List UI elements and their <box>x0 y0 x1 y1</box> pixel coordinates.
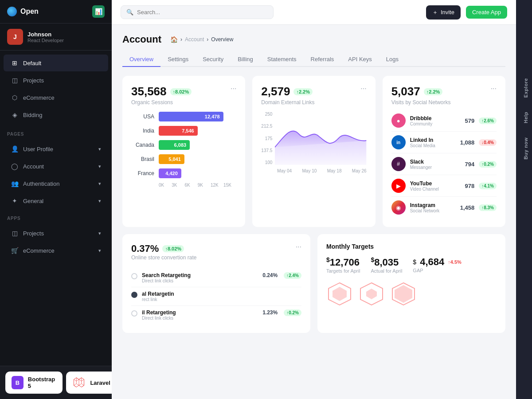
retarget-dot <box>131 310 137 317</box>
sidebar-bottom: B Bootstrap 5 Laravel <box>0 366 112 399</box>
tab-api-keys[interactable]: API Keys <box>341 52 379 67</box>
main-wrapper: 🔍 ＋ Invite Create App Account 🏠 › Accoun… <box>112 0 532 399</box>
sidebar-item-authentication[interactable]: 👥 Authentication ▾ <box>4 175 108 192</box>
tab-billing[interactable]: Billing <box>231 52 260 67</box>
conversion-value: 0.37% <box>131 243 159 254</box>
sidebar-item-label: Authentication <box>23 180 59 187</box>
sidebar-item-projects[interactable]: ◫ Projects <box>4 72 108 89</box>
more-options-icon[interactable]: ··· <box>360 85 366 93</box>
dribbble-icon: ● <box>391 113 406 128</box>
breadcrumb-account[interactable]: Account <box>185 36 204 43</box>
youtube-type: Video Channel <box>410 187 453 192</box>
stat-value-organic: 35,568 <box>131 85 167 98</box>
youtube-icon: ▶ <box>391 179 406 193</box>
laravel-card: Laravel <box>66 372 112 394</box>
hexagon-charts <box>326 281 497 307</box>
more-options-icon[interactable]: ··· <box>231 85 236 93</box>
chevron-down-icon: ▾ <box>98 231 101 236</box>
bottom-grid: 0.37% ↑8.02% Online store convertion rat… <box>122 234 505 333</box>
retarget-dot <box>131 292 137 298</box>
dribbble-count: 579 <box>457 117 474 124</box>
sidebar-item-label: eCommerce <box>23 247 55 254</box>
sidebar-item-general[interactable]: ✦ General ▾ <box>4 192 108 209</box>
help-button[interactable]: Help <box>516 105 532 130</box>
hex-chart-1 <box>326 281 353 307</box>
app-name: Open <box>20 8 39 16</box>
tab-overview[interactable]: Overview <box>122 52 160 67</box>
user-name: Johnson <box>27 31 64 38</box>
linkedin-name: Linked In <box>410 137 453 143</box>
retarget-row-al: al Retargetin rect link <box>131 287 301 306</box>
tab-security[interactable]: Security <box>196 52 231 67</box>
laravel-icon <box>72 376 86 389</box>
slack-name: Slack <box>410 159 453 165</box>
sidebar-item-ecommerce[interactable]: ⬡ eCommerce <box>4 89 108 106</box>
buy-now-button[interactable]: Buy now <box>516 130 532 167</box>
sidebar-item-label: Account <box>23 163 44 170</box>
tab-referrals[interactable]: Referrals <box>304 52 341 67</box>
chevron-down-icon: ▾ <box>98 146 101 152</box>
create-app-button[interactable]: Create App <box>466 6 507 19</box>
home-icon: 🏠 <box>170 36 178 43</box>
line-chart-svg <box>275 112 366 165</box>
laravel-label: Laravel <box>90 379 110 386</box>
topbar: 🔍 ＋ Invite Create App <box>112 0 516 25</box>
chevron-down-icon: ▾ <box>98 181 101 187</box>
logo-icon <box>7 7 17 16</box>
sidebar-item-label: User Profile <box>23 146 53 153</box>
chevron-down-icon: ▾ <box>98 164 101 169</box>
sidebar: Open 📊 J Johnson React Developer ⊞ Defau… <box>0 0 112 399</box>
sidebar-item-label: eCommerce <box>23 94 55 101</box>
app-logo: Open <box>7 7 39 16</box>
tabs: Overview Settings Security Billing State… <box>122 52 505 67</box>
sidebar-header: Open 📊 <box>0 0 112 23</box>
sidebar-item-ecommerce-app[interactable]: 🛒 eCommerce ▾ <box>4 242 108 259</box>
projects-icon: ◫ <box>11 76 19 84</box>
avatar: J <box>7 29 23 45</box>
sidebar-item-user-profile[interactable]: 👤 User Profile ▾ <box>4 141 108 157</box>
tab-logs[interactable]: Logs <box>379 52 406 67</box>
line-chart-container: 250 212.5 175 137.5 100 <box>261 112 366 173</box>
plus-icon: ＋ <box>432 8 438 16</box>
ecommerce-app-icon: 🛒 <box>11 246 19 254</box>
retarget-badge: ↑2.4% <box>284 272 301 279</box>
sidebar-item-default[interactable]: ⊞ Default <box>4 55 108 71</box>
explore-button[interactable]: Explore <box>516 71 532 105</box>
dribbble-badge: ↑2.6% <box>479 117 497 124</box>
apps-section-label: APPS <box>0 211 112 223</box>
right-panel: Explore Help Buy now <box>516 0 532 399</box>
breadcrumb-current: Overview <box>211 36 233 43</box>
bootstrap-icon: B <box>12 376 23 389</box>
sidebar-item-projects-app[interactable]: ◫ Projects ▾ <box>4 225 108 242</box>
page-title: Account <box>122 34 161 45</box>
sidebar-item-label: General <box>23 198 43 204</box>
bar-row-india: India 7,546 <box>131 126 236 136</box>
account-icon: ◯ <box>11 162 19 170</box>
monthly-targets-card: Monthly Targets $12,706 Targets for Apri… <box>317 234 505 333</box>
more-options-icon[interactable]: ··· <box>491 85 497 93</box>
bootstrap-card: B Bootstrap 5 <box>5 372 63 394</box>
general-icon: ✦ <box>11 197 19 205</box>
invite-button[interactable]: ＋ Invite <box>426 5 461 20</box>
bar-row-canada: Canada 6,083 <box>131 140 236 150</box>
sidebar-item-account[interactable]: ◯ Account ▾ <box>4 158 108 175</box>
search-input[interactable] <box>137 9 268 16</box>
social-row-youtube: ▶ YouTube Video Channel 978 ↑4.1% <box>391 175 497 197</box>
tab-statements[interactable]: Statements <box>260 52 304 67</box>
stat-card-domain: 2,579 ↑2.2% Domain External Links ··· 25… <box>252 76 375 227</box>
sidebar-item-bidding[interactable]: ◈ Bidding <box>4 106 108 123</box>
hex-chart-2 <box>358 281 385 307</box>
sidebar-item-label: Projects <box>23 230 44 237</box>
pages-section-label: PAGES <box>0 127 112 138</box>
chart-icon-btn[interactable]: 📊 <box>92 5 105 18</box>
conversion-label: Online store convertion rate <box>131 254 196 261</box>
y-axis-labels: 250 212.5 175 137.5 100 <box>261 112 272 165</box>
conversion-badge: ↑8.02% <box>162 245 184 252</box>
tab-settings[interactable]: Settings <box>160 52 196 67</box>
stat-card-organic: 35,568 ↑8.02% Organic Sessions ··· USA 1… <box>122 76 245 227</box>
search-bar[interactable]: 🔍 <box>121 5 274 19</box>
more-options-icon[interactable]: ··· <box>296 243 301 251</box>
social-networks-list: ● Dribbble Community 579 ↑2.6% in <box>391 110 497 218</box>
bootstrap-label: Bootstrap 5 <box>28 376 57 389</box>
actual-for-april: $8,035 Actual for April <box>371 256 402 274</box>
